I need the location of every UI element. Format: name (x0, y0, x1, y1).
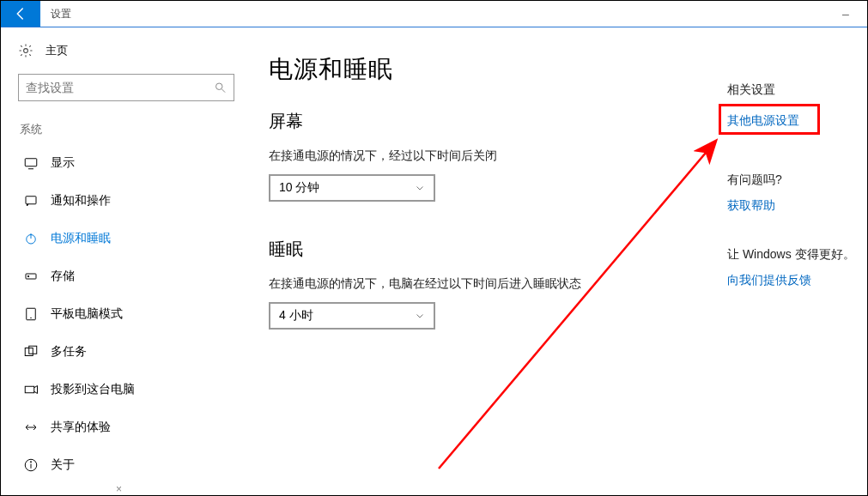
titlebar: 设置 — (1, 1, 867, 27)
tiny-close-button[interactable]: × (111, 483, 127, 495)
share-icon (23, 420, 39, 435)
sleep-timeout-dropdown[interactable]: 4 小时 (269, 302, 435, 330)
monitor-icon (23, 155, 39, 171)
svg-rect-5 (26, 197, 36, 204)
search-icon (214, 81, 227, 94)
sidebar-section-label: 系统 (20, 122, 231, 137)
sidebar-item-label: 通知和操作 (51, 193, 111, 209)
get-help-link[interactable]: 获取帮助 (727, 198, 782, 214)
dropdown-value: 4 小时 (279, 308, 313, 324)
gear-icon (18, 43, 33, 58)
sidebar-item-projecting[interactable]: 投影到这台电脑 (18, 371, 231, 408)
svg-point-0 (24, 49, 28, 53)
sidebar-item-notifications[interactable]: 通知和操作 (18, 182, 231, 220)
window-title: 设置 (40, 1, 838, 27)
sidebar-item-label: 存储 (51, 269, 75, 284)
sidebar-item-tablet-mode[interactable]: 平板电脑模式 (18, 295, 231, 333)
sidebar-item-label: 平板电脑模式 (51, 306, 123, 322)
multitask-icon (23, 344, 39, 360)
svg-rect-3 (25, 159, 37, 166)
sidebar-item-display[interactable]: 显示 (18, 144, 231, 182)
sidebar-item-label: 电源和睡眠 (51, 231, 111, 246)
project-icon (23, 382, 39, 397)
related-title: 相关设置 (727, 82, 847, 98)
storage-icon (23, 269, 39, 284)
svg-rect-14 (25, 386, 34, 393)
back-button[interactable] (1, 1, 40, 27)
svg-point-1 (216, 83, 222, 89)
help-section: 有问题吗? 获取帮助 (727, 172, 782, 214)
sidebar-home-label: 主页 (46, 43, 68, 58)
message-icon (23, 193, 39, 209)
sidebar-item-label: 关于 (51, 457, 75, 473)
minimize-button[interactable]: — (838, 6, 853, 21)
chevron-down-icon (415, 183, 425, 193)
sidebar-item-label: 多任务 (51, 344, 87, 360)
power-icon (23, 231, 39, 246)
dropdown-value: 10 分钟 (279, 180, 319, 196)
screen-timeout-dropdown[interactable]: 10 分钟 (269, 174, 435, 202)
sidebar-item-label: 共享的体验 (51, 420, 111, 435)
svg-line-2 (222, 89, 225, 93)
sidebar-item-multitasking[interactable]: 多任务 (18, 333, 231, 371)
settings-window: 设置 — 主页 系统 显 (0, 0, 868, 496)
sidebar-item-shared-experiences[interactable]: 共享的体验 (18, 408, 231, 446)
search-input-wrapper[interactable] (18, 74, 234, 101)
feedback-section: 让 Windows 变得更好。 向我们提供反馈 (727, 247, 855, 288)
svg-point-17 (30, 462, 31, 463)
page-title: 电源和睡眠 (269, 53, 847, 86)
sidebar-item-storage[interactable]: 存储 (18, 257, 231, 295)
sidebar-home[interactable]: 主页 (18, 43, 231, 58)
additional-power-settings-link[interactable]: 其他电源设置 (727, 113, 847, 129)
sidebar-item-label: 投影到这台电脑 (51, 382, 135, 397)
sidebar: 主页 系统 显示 通知和操作 电源和睡眠 (1, 27, 248, 495)
tablet-icon (23, 306, 39, 322)
help-title: 有问题吗? (727, 172, 782, 188)
svg-point-9 (27, 275, 29, 277)
window-controls: — (838, 1, 867, 27)
sidebar-item-power-sleep[interactable]: 电源和睡眠 (18, 220, 231, 257)
sidebar-item-about[interactable]: 关于 (18, 446, 231, 484)
arrow-left-icon (13, 6, 28, 21)
related-settings: 相关设置 其他电源设置 (727, 82, 847, 129)
search-input[interactable] (26, 81, 214, 94)
feedback-link[interactable]: 向我们提供反馈 (727, 273, 855, 288)
chevron-down-icon (415, 311, 425, 321)
sidebar-item-label: 显示 (51, 155, 75, 171)
screen-field-label: 在接通电源的情况下，经过以下时间后关闭 (269, 148, 847, 164)
info-icon (23, 457, 39, 473)
feedback-title: 让 Windows 变得更好。 (727, 247, 855, 263)
